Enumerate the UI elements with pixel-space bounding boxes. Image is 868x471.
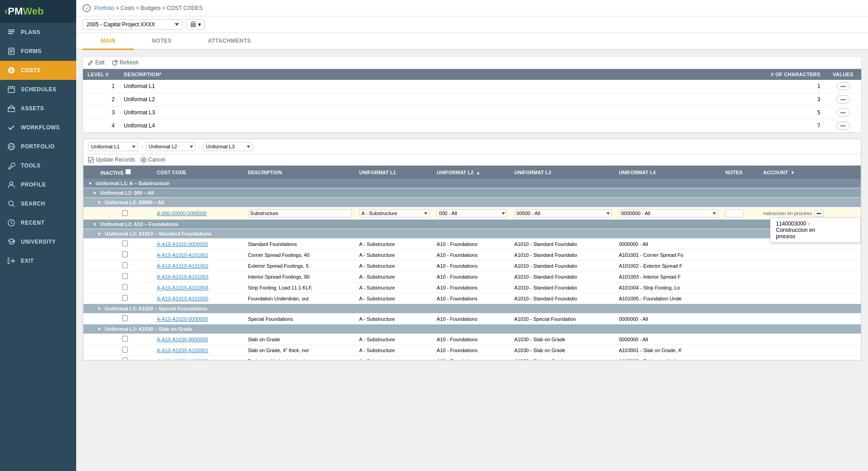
cost-code-link[interactable]: A-A10-A1010-A101003 (153, 271, 244, 282)
breadcrumb-portfolio[interactable]: Portfolio (94, 5, 114, 11)
expand-l3-00000-icon[interactable]: ▼ (97, 200, 102, 205)
sidebar-item-search[interactable]: SEARCH (0, 194, 76, 213)
edit-row-expand (83, 207, 97, 220)
cost-code-link[interactable]: A-A10-A1010-A101005 (153, 293, 244, 304)
print-button[interactable]: ▾ (186, 19, 205, 30)
update-records-button[interactable]: Update Records (88, 157, 135, 163)
sidebar-item-costs[interactable]: $ COSTS (0, 61, 76, 80)
edit-u1-select[interactable]: A - Substructure (359, 209, 429, 217)
values-btn-3[interactable]: ••• (836, 108, 850, 117)
data-table: INACTIVE COST CODE DESCRIPTION UNIFORMAT… (83, 166, 861, 360)
cost-code-link[interactable]: A-A10-A1010-A101001 (153, 250, 244, 260)
edit-inactive-checkbox[interactable] (122, 210, 128, 216)
row-checkbox[interactable] (122, 336, 128, 342)
sidebar-item-recent[interactable]: RECENT (0, 213, 76, 232)
row-checkbox[interactable] (122, 347, 128, 353)
svg-rect-6 (10, 52, 12, 53)
sidebar-item-exit[interactable]: EXIT (0, 251, 76, 270)
svg-point-19 (9, 201, 13, 206)
svg-rect-4 (10, 49, 13, 50)
filter-select-1[interactable]: Uniformat L1 (88, 142, 138, 151)
values-btn-2[interactable]: ••• (836, 95, 850, 103)
sidebar-item-assets[interactable]: ASSETS (0, 99, 76, 118)
sidebar-item-tools[interactable]: TOOLS (0, 156, 76, 175)
edit-row-u4: 0000000 - All (615, 207, 722, 220)
sidebar-item-workflows[interactable]: WORKFLOWS (0, 118, 76, 137)
edit-u4-select[interactable]: 0000000 - All (619, 209, 718, 217)
row-u4: A103001 - Slab on Grade, 4' (615, 345, 722, 356)
expand-l2-000-icon[interactable]: ▼ (93, 191, 97, 196)
sidebar-item-university[interactable]: UNIVERSITY (0, 232, 76, 251)
expand-l2-a10-icon[interactable]: ▼ (93, 222, 97, 227)
values-btn-4[interactable]: ••• (836, 122, 850, 130)
refresh-icon (112, 60, 118, 66)
sidebar-item-recent-label: RECENT (21, 220, 44, 226)
group-l3-a1010-label: Uniformat L3: A1010 – Standard Foundatio… (105, 231, 212, 236)
edit-account-dots[interactable]: ••• (814, 210, 824, 217)
inactive-header-checkbox[interactable] (125, 169, 131, 175)
cancel-button[interactable]: Cancel (141, 157, 165, 163)
expand-l3-a1020-icon[interactable]: ▼ (97, 306, 102, 311)
svg-rect-5 (10, 51, 13, 52)
row-desc: Perimeter Underslab Insula (244, 356, 356, 361)
level-num: 1 (83, 80, 119, 93)
row-u1: A - Substructure (356, 314, 433, 324)
tab-attachments[interactable]: ATTACHMENTS (190, 33, 269, 50)
expand-l3-a1030-icon[interactable]: ▼ (97, 327, 102, 332)
cost-code-link[interactable]: A-A10-A1010-A101002 (153, 260, 244, 271)
row-checkbox[interactable] (122, 240, 128, 246)
row-u3: A1010 - Standard Foundatio (511, 260, 615, 271)
dropdown-item-1[interactable]: 1140003000 - Construccion en proceso (770, 218, 860, 242)
edit-notes-input[interactable] (725, 209, 743, 217)
row-u3: A1010 - Standard Foundatio (511, 282, 615, 293)
level-desc: Uniformat L1 (119, 80, 761, 93)
svg-rect-28 (88, 157, 93, 162)
row-u2: A10 - Foundations (433, 282, 511, 293)
row-checkbox[interactable] (122, 358, 128, 360)
cost-code-link[interactable]: A-A10-A1010-A101004 (153, 282, 244, 293)
row-checkbox[interactable] (122, 295, 128, 301)
group-row-l1: ▼ Uniformat L1: A – Substructure (83, 179, 861, 188)
row-u1: A - Substructure (356, 356, 433, 361)
edit-row-costcode[interactable]: A-000-00000-0000000 (153, 207, 244, 220)
row-checkbox[interactable] (122, 273, 128, 279)
tab-main[interactable]: MAIN (83, 33, 134, 50)
row-desc: Strip Footing, Load 11.1 KLF, (244, 282, 356, 293)
level-num: 2 (83, 93, 119, 106)
project-select[interactable]: 2005 - Capital Project XXXX (83, 19, 182, 30)
filter-select-3[interactable]: Uniformat L3 (203, 142, 253, 151)
filter-select-2[interactable]: Uniformat L2 (146, 142, 195, 151)
edit-button[interactable]: Edit (88, 59, 105, 66)
row-u3: A1010 - Standard Foundatio (511, 271, 615, 282)
expand-l1-icon[interactable]: ▼ (88, 181, 93, 186)
row-checkbox[interactable] (122, 315, 128, 321)
sidebar-item-profile[interactable]: PROFILE (0, 175, 76, 194)
group-row-l3-a1010: ▼ Uniformat L3: A1010 – Standard Foundat… (83, 229, 861, 239)
edit-row: A-000-00000-0000000 A - Substructure 000… (83, 207, 861, 220)
row-checkbox[interactable] (122, 262, 128, 268)
svg-rect-11 (10, 86, 11, 88)
values-btn-1[interactable]: ••• (836, 82, 850, 90)
sidebar-item-schedules[interactable]: SCHEDULES (0, 80, 76, 99)
row-checkbox[interactable] (122, 251, 128, 257)
group-l3-00000-label: Uniformat L3: 00000 – All (105, 200, 164, 205)
edit-u2-select[interactable]: 000 - All (437, 209, 507, 217)
tab-notes[interactable]: NOTES (134, 33, 190, 50)
cost-code-link[interactable]: A-A10-A1020-0000000 (153, 314, 244, 324)
sidebar-nav: PLANS FORMS $ COSTS SCHEDULES ASSETS (0, 23, 76, 471)
info-icon[interactable]: i (83, 4, 91, 12)
expand-l3-a1010-icon[interactable]: ▼ (97, 231, 102, 236)
toolbar-row: 2005 - Capital Project XXXX ▾ (76, 16, 868, 33)
sidebar-item-portfolio[interactable]: PORTFOLIO (0, 137, 76, 156)
sidebar-item-forms[interactable]: FORMS (0, 42, 76, 61)
row-desc: Slab on Grade, 4" thick, nor (244, 345, 356, 356)
cost-code-link[interactable]: A-A10-A1030-0000000 (153, 334, 244, 345)
cost-code-link[interactable]: A-A10-A1010-0000000 (153, 239, 244, 250)
sidebar-item-plans[interactable]: PLANS (0, 23, 76, 42)
edit-desc-input[interactable] (248, 209, 352, 217)
row-checkbox[interactable] (122, 284, 128, 290)
cost-code-link[interactable]: A-A10-A1030-A103002 (153, 356, 244, 361)
cost-code-link[interactable]: A-A10-A1030-A103001 (153, 345, 244, 356)
edit-u3-select[interactable]: 00000 - All (514, 209, 612, 217)
refresh-button[interactable]: Refresh (112, 59, 139, 66)
